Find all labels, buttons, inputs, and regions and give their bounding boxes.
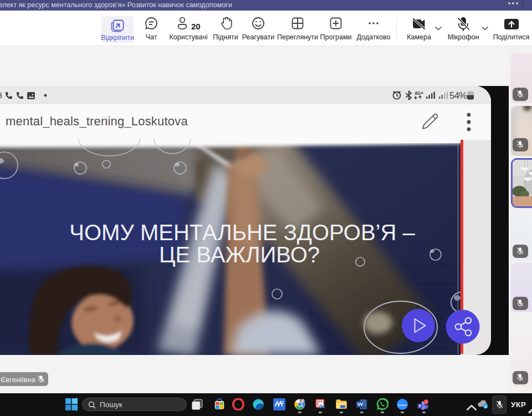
svg-text:54%: 54% [449, 90, 467, 100]
svg-text:3: 3 [0, 91, 2, 100]
svg-text:1: 1 [425, 399, 427, 403]
svg-text:ЧОМУ МЕНТАЛЬНЕ ЗДОРОВ’Я –: ЧОМУ МЕНТАЛЬНЕ ЗДОРОВ’Я – [69, 220, 415, 245]
svg-text:ЦЕ ВАЖЛИВО?: ЦЕ ВАЖЛИВО? [159, 242, 320, 267]
svg-text:zoom: zoom [398, 403, 407, 407]
svg-text:4G+: 4G+ [415, 90, 423, 96]
